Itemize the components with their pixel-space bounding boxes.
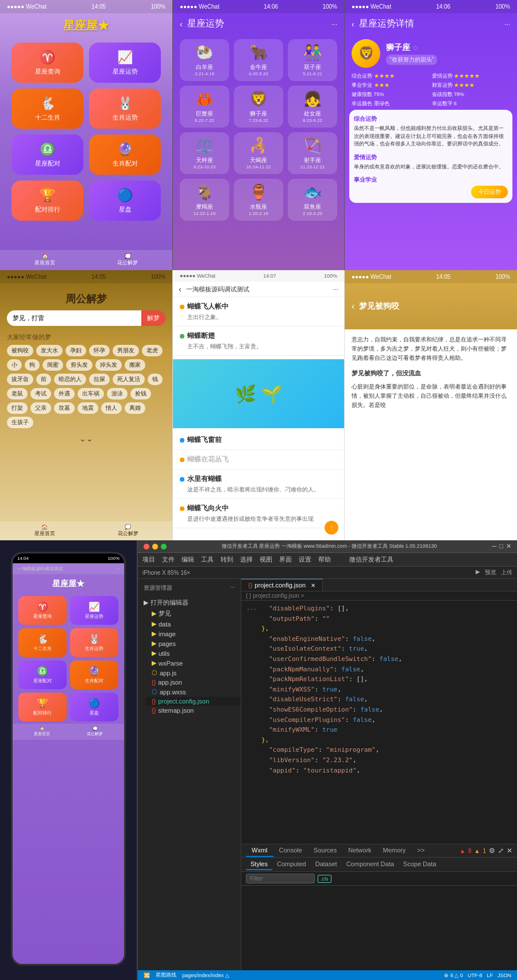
menu-item-shengxiao[interactable]: 🐇 十二生肖 — [11, 89, 83, 129]
tag-boyfriend[interactable]: 男朋友 — [113, 345, 139, 356]
more-icon-3[interactable]: ··· — [504, 20, 510, 28]
close-button[interactable] — [144, 544, 149, 549]
more-icon-5[interactable]: ··· — [333, 286, 338, 293]
back-icon-3[interactable]: ‹ — [352, 20, 354, 29]
tree-data[interactable]: ▶ data — [146, 619, 241, 629]
tag-dog-bite[interactable]: 被狗咬 — [7, 345, 33, 356]
maximize-button[interactable] — [161, 544, 167, 549]
zodiac-pisces[interactable]: 🐟 双鱼座 2.19-3.20 — [288, 179, 337, 221]
menu-item-zodiac[interactable]: ♈ 星座查询 — [11, 43, 83, 83]
dream-item-3[interactable]: 蝴蝶飞窗前 — [173, 431, 344, 450]
tab-memory[interactable]: Memory — [377, 844, 412, 857]
panel-tab-styles[interactable]: Styles — [246, 859, 272, 870]
file-tree-more[interactable]: ··· — [230, 584, 235, 592]
zodiac-taurus[interactable]: 🐂 金牛座 4.20-5.20 — [234, 39, 283, 81]
tree-project-config[interactable]: {} project.config.json — [146, 697, 241, 706]
dev-menu-sx-match[interactable]: 🔮 生肖配对 — [70, 660, 118, 689]
cls-button[interactable]: .cls — [318, 875, 331, 883]
dream-item-6[interactable]: 蝴蝶飞向火中 是进行中途遭遇挫折或败给竞争者等失意的事出现 — [173, 499, 344, 528]
tag-ex[interactable]: 前 — [36, 374, 51, 385]
zodiac-libra[interactable]: ⚖️ 天秤座 9.23-10.23 — [180, 132, 229, 174]
tag-exam[interactable]: 考试 — [30, 388, 51, 399]
zodiac-leo[interactable]: 🦁 狮子座 7.23-8.22 — [234, 86, 283, 128]
menu-item-shengxiao-match[interactable]: 🔮 生肖配对 — [89, 134, 161, 175]
tag-revive[interactable]: 死人复活 — [113, 374, 145, 385]
zodiac-sagittarius[interactable]: 🏹 射手座 11.23-12.21 — [288, 132, 337, 174]
panel-tab-component[interactable]: Component Data — [342, 859, 399, 870]
tag-accident[interactable]: 出车祸 — [78, 388, 104, 399]
tag-friend[interactable]: 闺蜜 — [43, 359, 63, 371]
menu-file[interactable]: 文件 — [162, 555, 175, 564]
tree-open-editors[interactable]: ▶ 打开的编辑器 — [138, 597, 241, 608]
tree-dream[interactable]: ▶ 梦见 — [146, 608, 241, 619]
panel-tab-computed[interactable]: Computed — [272, 859, 311, 870]
tag-tiger[interactable]: 老虎 — [142, 345, 163, 356]
compile-btn[interactable]: ▶ — [476, 568, 480, 577]
close-panel-icon[interactable]: ✕ — [507, 847, 512, 855]
nav-dream-1[interactable]: 💭 花公解梦 — [117, 253, 138, 267]
dev-menu-match[interactable]: ♎ 星座配对 — [18, 660, 67, 689]
dream-search-button[interactable]: 解梦 — [141, 310, 165, 326]
tag-haircut[interactable]: 剪头发 — [66, 359, 92, 371]
zodiac-virgo[interactable]: 👧 处女座 8.23-9.22 — [288, 86, 337, 128]
dream-item-1[interactable]: 蝴蝶飞人帐中 主出行之象。 — [173, 297, 344, 326]
dev-menu-astrolabe[interactable]: 🔵 星盘 — [70, 693, 118, 721]
tag-pick-money[interactable]: 捡钱 — [130, 388, 151, 399]
tree-pages[interactable]: ▶ pages — [146, 639, 241, 648]
dev-nav-dream[interactable]: 💭花公解梦 — [87, 727, 103, 737]
tag-money[interactable]: 钱 — [148, 374, 163, 385]
tab-network[interactable]: Network — [342, 844, 377, 857]
expand-icon[interactable]: ⤢ — [498, 847, 504, 855]
tab-close[interactable]: ✕ — [311, 582, 315, 589]
tag-grave[interactable]: 坟墓 — [54, 402, 75, 414]
tag-lover[interactable]: 情人 — [101, 402, 122, 414]
dream-item-4[interactable]: 蝴蝶在花丛飞 — [173, 450, 344, 470]
more-arrow[interactable]: ⌄⌄ — [0, 431, 172, 447]
tree-utils[interactable]: ▶ utils — [146, 648, 241, 658]
menu-interface[interactable]: 界面 — [279, 555, 292, 564]
scroll-top-button[interactable]: ↑ — [325, 521, 338, 535]
minimize-button[interactable] — [152, 544, 158, 549]
close-icon[interactable]: ✕ — [506, 543, 511, 550]
preview-btn[interactable]: 预览 — [485, 568, 496, 577]
menu-item-ranking[interactable]: 🏆 配对排行 — [11, 180, 83, 221]
upload-btn[interactable]: 上传 — [501, 568, 512, 577]
dev-menu-fortune[interactable]: 📈 星座运势 — [70, 596, 118, 625]
back-icon-5[interactable]: ‹ — [179, 285, 182, 294]
menu-view[interactable]: 视图 — [260, 555, 272, 564]
menu-help[interactable]: 帮助 — [318, 555, 331, 564]
tag-move[interactable]: 搬家 — [125, 359, 145, 371]
zodiac-aquarius[interactable]: 🏺 水瓶座 1.20-2.18 — [234, 179, 283, 221]
zodiac-aries[interactable]: 🐏 白羊座 3.21-4.19 — [180, 39, 229, 81]
tree-image[interactable]: ▶ image — [146, 629, 241, 639]
device-selector[interactable]: iPhone X 85% 16× — [142, 570, 190, 576]
zodiac-cancer[interactable]: 🦀 巨蟹座 6.22-7.22 — [180, 86, 229, 128]
filter-input[interactable] — [246, 874, 315, 883]
tree-appjson[interactable]: {} app.json — [146, 678, 241, 687]
dev-menu-shengxiao[interactable]: 🐇 十二生肖 — [18, 628, 67, 657]
tag-poop[interactable]: 拉屎 — [89, 374, 110, 385]
menu-project[interactable]: 项目 — [142, 555, 155, 564]
minimize-icon[interactable]: ─ — [492, 543, 497, 550]
menu-item-astrolabe[interactable]: 🔵 星盘 — [89, 180, 161, 221]
tag-baby[interactable]: 生孩子 — [7, 417, 33, 428]
tag-fight[interactable]: 打架 — [7, 402, 28, 414]
dev-nav-home[interactable]: 🏠星座首页 — [34, 727, 50, 737]
nav-home-1[interactable]: 🏠 星座首页 — [34, 253, 55, 267]
tree-appwxss[interactable]: ⬡ app.wxss — [146, 687, 241, 697]
editor-tab-config[interactable]: {} project.config.json ✕ — [241, 579, 323, 591]
panel-tab-dataset[interactable]: Dataset — [311, 859, 342, 870]
tag-quake[interactable]: 地震 — [78, 402, 98, 414]
tree-wxparse[interactable]: ▶ wxParse — [146, 658, 241, 668]
menu-wechat-tools[interactable]: 微信开发者工具 — [349, 555, 393, 564]
tag-pregnancy[interactable]: 怀孕 — [89, 345, 110, 356]
more-icon-2[interactable]: ··· — [331, 20, 337, 28]
back-icon-2[interactable]: ‹ — [180, 20, 183, 29]
menu-settings[interactable]: 设置 — [299, 555, 311, 564]
tag-tooth[interactable]: 拔牙齿 — [7, 374, 33, 385]
zodiac-capricorn[interactable]: 🐐 摩羯座 12.22-1.19 — [180, 179, 229, 221]
menu-item-fortune[interactable]: 📈 星座运势 — [89, 43, 161, 83]
menu-select[interactable]: 选择 — [240, 555, 253, 564]
nav-dream-4[interactable]: 💭 花公解梦 — [118, 524, 138, 537]
tag-secret-love[interactable]: 暗恋的人 — [54, 374, 86, 385]
